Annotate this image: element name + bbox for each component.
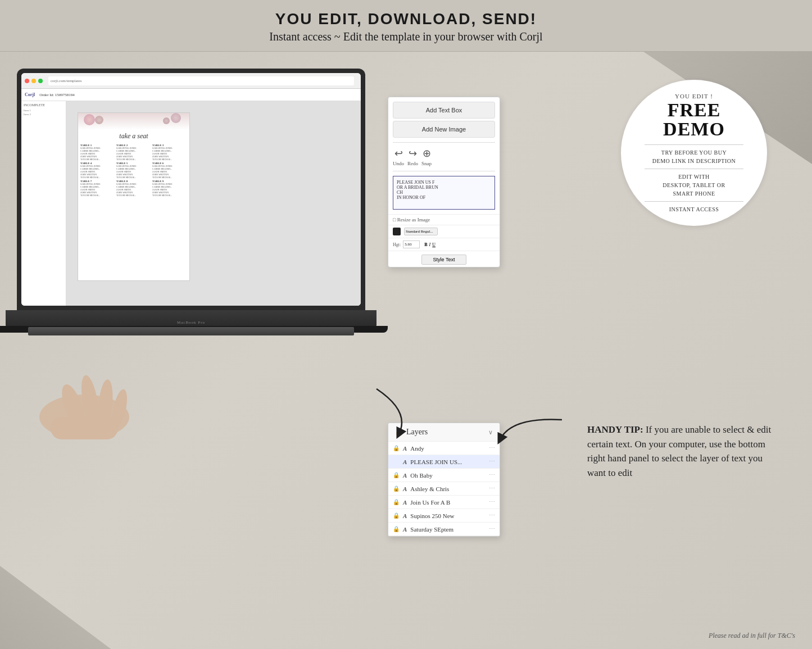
redo-icon[interactable]: ↪ bbox=[409, 147, 417, 160]
layers-title: Layers bbox=[406, 428, 488, 437]
layer-type-a: A bbox=[403, 499, 407, 506]
handy-tip-bold: HANDY TIP: bbox=[587, 424, 643, 435]
layer-lock-icon: 🔒 bbox=[393, 445, 400, 451]
laptop-screen: corjl.com/templates Corjl Order Id: 1509… bbox=[21, 73, 361, 306]
redo-label: Redo bbox=[407, 161, 418, 166]
corjl-content: INCOMPLETE Item 1 Item 2 bbox=[21, 101, 361, 306]
layer-lock-icon: 🔒 bbox=[393, 512, 400, 519]
demo-demo-label: DEMO bbox=[663, 120, 725, 139]
corjl-header: Corjl Order Id: 1509758194 bbox=[21, 89, 361, 101]
svg-rect-5 bbox=[51, 417, 118, 439]
layer-lock-icon: 🔒 bbox=[393, 499, 400, 505]
layer-name-saturday: Saturday SEptem bbox=[410, 526, 489, 533]
format-buttons: B I U bbox=[424, 242, 436, 247]
floral-decoration bbox=[78, 113, 189, 130]
corjl-order: Order Id: 1509758194 bbox=[39, 93, 75, 97]
font-selector[interactable]: Standard Regul... bbox=[404, 228, 438, 235]
layer-delete-icon[interactable]: ⋯ bbox=[489, 471, 495, 479]
layer-item-saturday[interactable]: 🔒 A Saturday SEptem ⋯ bbox=[388, 523, 500, 536]
seating-title: take a seat bbox=[78, 130, 189, 143]
demo-platforms-label: DESKTOP, TABLET ORSMART PHONE bbox=[663, 181, 725, 198]
color-swatch-black[interactable] bbox=[393, 228, 401, 235]
layer-item-ohbaby[interactable]: 🔒 A Oh Baby ⋯ bbox=[388, 469, 500, 482]
layers-header: 🔒 Layers ∨ bbox=[388, 423, 500, 442]
panel-size-controls: Hgt: 5.93 B I U bbox=[388, 238, 500, 251]
panel-controls: ↩ Undo ↪ Redo ⊕ Snap bbox=[388, 143, 500, 171]
table-block-8: TABLE 8 SAMANTHA JONESCARRIE BRADSH...JA… bbox=[116, 180, 151, 197]
layer-item-ashleychris[interactable]: 🔒 A Ashley & Chris ⋯ bbox=[388, 482, 500, 496]
layer-type-a: A bbox=[403, 472, 407, 479]
free-demo-circle: YOU EDIT ! FREE DEMO TRY BEFORE YOU BUY … bbox=[621, 80, 767, 226]
seating-tables-grid: TABLE 1 SAMANTHA JONESCARRIE BRADSH...JA… bbox=[78, 143, 189, 198]
banner-subtitle: Instant access ~ Edit the template in yo… bbox=[0, 30, 812, 43]
style-text-button-container: Style Text bbox=[388, 251, 500, 267]
layers-chevron-icon[interactable]: ∨ bbox=[488, 429, 493, 436]
snap-icon[interactable]: ⊕ bbox=[423, 147, 431, 160]
corjl-main: take a seat TABLE 1 SAMANTHA JONESCARRIE… bbox=[66, 101, 361, 306]
seating-chart-preview: take a seat TABLE 1 SAMANTHA JONESCARRIE… bbox=[78, 112, 190, 281]
browser-dot-red bbox=[25, 79, 29, 83]
floral-element bbox=[171, 113, 181, 123]
layer-item-pleasejoin[interactable]: 🔒 A PLEASE JOIN US... ⋯ bbox=[388, 455, 500, 469]
table-block-6: TABLE 6 SAMANTHA JONESCARRIE BRADSH...JA… bbox=[152, 162, 187, 179]
undo-label: Undo bbox=[393, 161, 404, 166]
browser-dot-yellow bbox=[31, 79, 36, 83]
main-area: corjl.com/templates Corjl Order Id: 1509… bbox=[0, 52, 812, 649]
layer-type-a: A bbox=[403, 512, 407, 519]
layer-delete-icon[interactable]: ⋯ bbox=[489, 525, 495, 533]
layer-delete-icon[interactable]: ⋯ bbox=[489, 444, 495, 452]
panel-font-controls: Standard Regul... bbox=[388, 225, 500, 238]
laptop-area: corjl.com/templates Corjl Order Id: 1509… bbox=[17, 69, 399, 473]
layer-name-andy: Andy bbox=[410, 445, 489, 452]
add-new-image-button[interactable]: Add New Image bbox=[393, 121, 495, 138]
demo-divider-2 bbox=[645, 169, 743, 169]
bold-button[interactable]: B bbox=[424, 242, 427, 247]
redo-control: ↪ Redo bbox=[407, 147, 418, 166]
layer-type-a: A bbox=[403, 445, 407, 452]
italic-button[interactable]: I bbox=[429, 242, 431, 247]
table-block-7: TABLE 7 SAMANTHA JONESCARRIE BRADSH...JA… bbox=[80, 180, 115, 197]
layer-item-andy[interactable]: 🔒 A Andy ⋯ bbox=[388, 442, 500, 455]
layer-delete-icon[interactable]: ⋯ bbox=[489, 485, 495, 492]
sidebar-item-1: Item 1 bbox=[24, 109, 63, 112]
panel-divider-2 bbox=[393, 171, 495, 171]
table-block-2: TABLE 2 SAMANTHA JONESCARRIE BRADSH...JA… bbox=[116, 144, 151, 161]
demo-edit-with-label: EDIT WITH bbox=[678, 173, 710, 181]
layer-type-a: A bbox=[403, 526, 407, 533]
style-text-button[interactable]: Style Text bbox=[421, 255, 467, 265]
demo-try-before-label: TRY BEFORE YOU BUY bbox=[661, 148, 727, 157]
corjl-sidebar: INCOMPLETE Item 1 Item 2 bbox=[21, 101, 66, 306]
layers-panel: 🔒 Layers ∨ 🔒 A Andy ⋯ 🔒 A PLEASE JOIN US… bbox=[388, 423, 500, 537]
layer-delete-icon[interactable]: ⋯ bbox=[489, 458, 495, 465]
layer-item-joinusforab[interactable]: 🔒 A Join Us For A B ⋯ bbox=[388, 496, 500, 509]
hand-illustration bbox=[17, 338, 185, 439]
height-label: Hgt: bbox=[393, 242, 401, 247]
layer-name-ashleychris: Ashley & Chris bbox=[410, 485, 489, 492]
add-text-box-button[interactable]: Add Text Box bbox=[393, 102, 495, 119]
layer-name-supinos: Supinos 250 New bbox=[410, 512, 489, 519]
demo-divider-3 bbox=[645, 201, 743, 202]
resize-image-label: □ Resize as Image bbox=[393, 217, 430, 223]
handy-tip: HANDY TIP: If you are unable to select &… bbox=[587, 423, 778, 480]
table-block-4: TABLE 4 SAMANTHA JONESCARRIE BRADSH...JA… bbox=[80, 162, 115, 179]
layer-delete-icon[interactable]: ⋯ bbox=[489, 512, 495, 519]
layer-delete-icon[interactable]: ⋯ bbox=[489, 498, 495, 506]
undo-icon[interactable]: ↩ bbox=[394, 147, 403, 160]
floral-element bbox=[95, 116, 103, 124]
demo-divider-1 bbox=[645, 144, 743, 145]
laptop-screen-frame: corjl.com/templates Corjl Order Id: 1509… bbox=[17, 69, 365, 310]
demo-link-label: DEMO LINK IN DESCRIPTION bbox=[652, 157, 736, 165]
panel-options-bar: □ Resize as Image bbox=[388, 214, 500, 225]
layer-name-joinusforab: Join Us For A B bbox=[410, 499, 489, 506]
layer-item-supinos[interactable]: 🔒 A Supinos 250 New ⋯ bbox=[388, 509, 500, 523]
height-input[interactable]: 5.93 bbox=[403, 240, 420, 248]
demo-you-edit-label: YOU EDIT ! bbox=[675, 93, 713, 99]
underline-button[interactable]: U bbox=[432, 242, 436, 247]
layers-list: 🔒 A Andy ⋯ 🔒 A PLEASE JOIN US... ⋯ 🔒 A O… bbox=[388, 442, 500, 536]
floral-element bbox=[84, 114, 95, 125]
corjl-logo: Corjl bbox=[25, 92, 35, 97]
corjl-panel: Add Text Box Add New Image ↩ Undo ↪ Redo… bbox=[388, 97, 500, 267]
laptop-keyboard bbox=[28, 327, 354, 335]
browser-dot-green bbox=[38, 79, 43, 83]
arrow-tip-to-layers bbox=[489, 411, 568, 456]
